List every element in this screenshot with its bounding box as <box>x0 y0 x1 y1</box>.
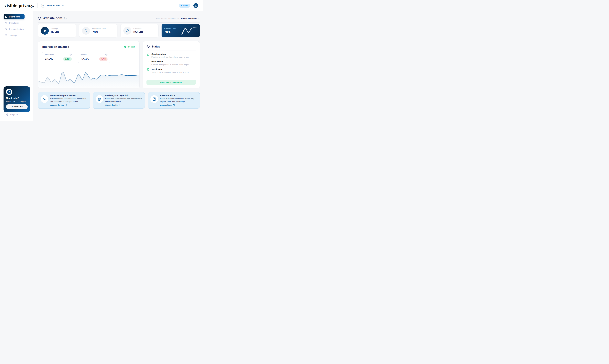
stat-text: Consent Rate 78% <box>164 28 176 34</box>
interaction-balance-title: Interaction Balance <box>42 45 69 49</box>
stat-icon-circle <box>123 27 131 35</box>
person-icon <box>195 4 197 7</box>
stat-text: Consents 350.4K <box>133 28 143 34</box>
action-card-personalise-banner[interactable]: Personalise your banner Customise your c… <box>38 92 90 109</box>
action-link-label: Access Docs <box>160 104 172 106</box>
action-card-read-docs[interactable]: Read our docs Check our Help Center wher… <box>148 92 200 109</box>
on-track-badge: On track <box>124 46 135 48</box>
stat-icon-circle <box>41 27 49 35</box>
status-item-text: Verification You're actively collecting … <box>151 68 189 73</box>
stat-text: Interaction Rate 78% <box>92 28 106 34</box>
status-items: Configuration Plugin is properly configu… <box>146 53 196 76</box>
help-title: Need help? <box>6 97 28 100</box>
action-card-content: Review your Legal info Check and complet… <box>105 94 142 106</box>
need-another-text: Need another organization? <box>156 17 179 19</box>
check-circle-icon <box>146 60 149 64</box>
user-avatar[interactable] <box>193 3 198 8</box>
top-header: visible privacy. W Website.com BETA <box>0 0 203 11</box>
consent-rate-sparkline <box>181 26 198 35</box>
sidebar-item-label: Settings <box>9 34 17 37</box>
stat-label: Consents <box>133 28 143 30</box>
stat-card-interaction-rate: Interaction Rate 78% <box>79 24 117 37</box>
stat-label: Consent Rate <box>164 28 176 30</box>
stat-card-displays: Displays 32.4K <box>38 24 76 37</box>
chart-area-fill <box>38 72 139 88</box>
stat-card-consents: Consents 350.4K <box>120 24 159 37</box>
middle-row: Interaction Balance On track Interaction… <box>38 41 200 88</box>
action-icon-circle <box>150 95 158 103</box>
status-item-verification: Verification You're actively collecting … <box>146 68 196 73</box>
action-link-label: Access the tool <box>50 104 65 106</box>
sidebar-item-personalisation[interactable]: Personalisation <box>4 27 25 31</box>
info-icon[interactable] <box>69 53 72 56</box>
status-item-title: Verification <box>151 68 189 71</box>
org-create-group: Need another organization? Create a new … <box>156 17 200 19</box>
status-item-desc: Consent management is enabled on all pag… <box>151 64 189 66</box>
gear-icon <box>5 34 7 37</box>
status-item-installation: Installation Consent management is enabl… <box>146 60 196 66</box>
status-item-text: Configuration Plugin is properly configu… <box>151 53 189 58</box>
stat-icon-circle <box>82 27 90 35</box>
scales-icon <box>98 97 101 101</box>
sidebar-nav: Dashboard Installation Personalisation S… <box>0 11 33 38</box>
lightning-bolt-icon <box>5 22 7 24</box>
stat-value: 32.4K <box>51 30 59 34</box>
create-new-link[interactable]: Create a new one <box>181 17 200 19</box>
arrow-right-icon <box>119 104 121 106</box>
sidebar-item-label: Personalisation <box>9 28 24 30</box>
arrow-right-icon <box>198 17 200 19</box>
chevron-down-icon <box>62 4 64 7</box>
sidebar-item-installation[interactable]: Installation <box>4 20 25 25</box>
stat-value: 78% <box>92 30 106 34</box>
rocket-icon <box>125 29 129 33</box>
action-card-legal-info[interactable]: Review your Legal info Check and complet… <box>93 92 145 109</box>
status-divider <box>146 50 196 51</box>
copy-icon[interactable] <box>64 17 67 19</box>
delta-badge-up: +2.45% <box>63 57 72 61</box>
organization-name: Website.com <box>47 4 60 7</box>
page-title: Website.com <box>43 16 62 20</box>
beta-badge: BETA <box>179 4 190 7</box>
book-check-icon <box>153 97 156 101</box>
logout-button[interactable]: Log Out <box>6 113 18 116</box>
organization-selector[interactable]: W Website.com <box>41 4 64 7</box>
beta-label: BETA <box>183 4 188 7</box>
help-subtitle: Please check our Support <box>6 101 28 103</box>
status-title: Status <box>151 45 160 48</box>
check-circle-icon <box>146 53 149 56</box>
check-circle-icon <box>146 68 149 71</box>
sidebar-item-dashboard[interactable]: Dashboard <box>4 14 25 19</box>
stat-value: 350.4K <box>133 30 143 34</box>
cursor-click-icon <box>43 97 46 101</box>
access-tool-link[interactable]: Access the tool <box>50 104 87 106</box>
metric-ignores: Ignores 22.3K -4.75% <box>78 52 110 63</box>
interaction-balance-card: Interaction Balance On track Interaction… <box>38 41 140 88</box>
check-details-link[interactable]: Check details <box>105 104 142 106</box>
on-track-label: On track <box>127 46 135 48</box>
stat-text: Displays 32.4K <box>51 28 59 34</box>
stat-value: 78% <box>164 30 176 34</box>
action-icon-circle <box>96 95 103 103</box>
action-card-desc: Check our Help Center where our privacy … <box>160 97 197 103</box>
cursor-click-icon <box>84 29 88 33</box>
action-cards-row: Personalise your banner Customise your c… <box>38 92 200 109</box>
brand-logo-text: visible pr <box>4 3 23 8</box>
contact-us-button[interactable]: CONTACT US <box>6 104 28 109</box>
sidebar-item-settings[interactable]: Settings <box>4 33 25 38</box>
action-link-label: Check details <box>105 104 118 106</box>
access-docs-link[interactable]: Access Docs <box>160 104 197 106</box>
interaction-balance-chart <box>38 70 139 88</box>
action-card-title: Read our docs <box>160 94 197 97</box>
metrics-row: Interactions 78.2K +2.45% Ignores <box>42 52 135 63</box>
brand-logo-text-2: vacy. <box>24 3 34 8</box>
interaction-balance-header: Interaction Balance On track <box>42 45 135 49</box>
brand-logo-accent-letter: i <box>23 3 24 8</box>
sidebar-item-label: Installation <box>9 22 19 24</box>
page-title-group: Website.com <box>38 16 67 20</box>
external-link-icon <box>173 104 175 106</box>
stat-label: Interaction Rate <box>92 28 106 30</box>
logout-label: Log Out <box>10 113 18 116</box>
info-icon[interactable] <box>105 53 107 56</box>
check-circle-icon <box>124 46 126 48</box>
activity-pulse-icon <box>146 45 150 48</box>
